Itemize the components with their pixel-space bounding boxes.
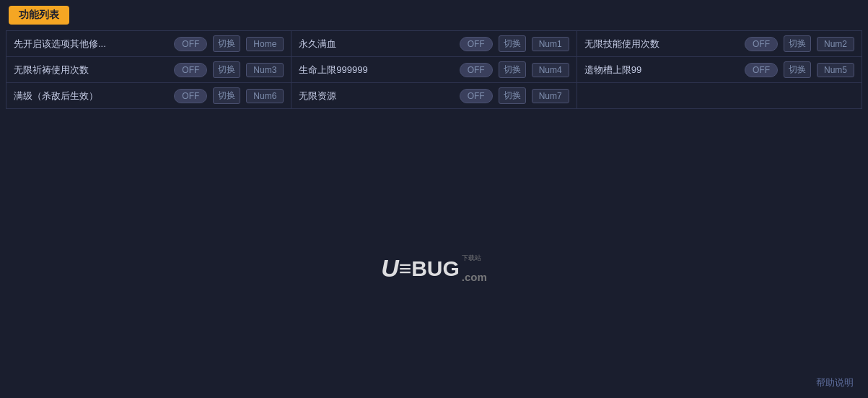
watermark-ebug: ≡BUG: [399, 256, 460, 281]
feature-row-empty: [577, 83, 862, 109]
feature-label: 遗物槽上限99: [584, 64, 739, 77]
watermark-u: U: [381, 254, 399, 282]
section-title: 功能列表: [9, 6, 69, 25]
watermark: U ≡BUG 下载站 .com: [381, 254, 487, 282]
feature-label: 永久满血: [299, 38, 453, 51]
toggle-button[interactable]: OFF: [460, 89, 493, 103]
feature-row: 无限技能使用次数 OFF 切换 Num2: [577, 31, 862, 57]
hotkey-badge: Num1: [532, 37, 569, 51]
toggle-button[interactable]: OFF: [174, 63, 207, 77]
toggle-button[interactable]: OFF: [174, 89, 207, 103]
feature-label: 先开启该选项其他修...: [14, 38, 168, 51]
hotkey-badge: Num5: [817, 63, 854, 77]
switch-button[interactable]: 切换: [784, 61, 811, 78]
feature-row: 永久满血 OFF 切换 Num1: [291, 31, 577, 57]
feature-row: 生命上限999999 OFF 切换 Num4: [291, 57, 577, 83]
toggle-button[interactable]: OFF: [460, 37, 493, 51]
toggle-button[interactable]: OFF: [174, 37, 207, 51]
feature-row: 先开启该选项其他修... OFF 切换 Home: [6, 31, 291, 57]
watermark-download: 下载站: [462, 254, 487, 262]
watermark-com: .com: [462, 272, 487, 282]
feature-row: 满级（杀敌后生效） OFF 切换 Num6: [6, 83, 291, 109]
toggle-button[interactable]: OFF: [745, 37, 778, 51]
switch-button[interactable]: 切换: [784, 35, 811, 52]
header-bar: 功能列表: [0, 0, 868, 30]
toggle-button[interactable]: OFF: [460, 63, 493, 77]
hotkey-badge: Num7: [532, 89, 569, 103]
switch-button[interactable]: 切换: [213, 35, 240, 52]
switch-button[interactable]: 切换: [213, 87, 240, 104]
feature-grid: 先开启该选项其他修... OFF 切换 Home 永久满血 OFF 切换 Num…: [6, 30, 862, 109]
feature-label: 无限资源: [299, 90, 453, 103]
feature-label: 满级（杀敌后生效）: [14, 90, 168, 103]
hotkey-badge: Home: [246, 37, 284, 51]
feature-label: 无限祈祷使用次数: [14, 64, 168, 77]
switch-button[interactable]: 切换: [213, 61, 240, 78]
feature-row: 无限资源 OFF 切换 Num7: [291, 83, 577, 109]
feature-row: 遗物槽上限99 OFF 切换 Num5: [577, 57, 862, 83]
main-container: 先开启该选项其他修... OFF 切换 Home 永久满血 OFF 切换 Num…: [0, 30, 868, 109]
feature-label: 无限技能使用次数: [584, 38, 739, 51]
hotkey-badge: Num3: [246, 63, 284, 77]
help-text[interactable]: 帮助说明: [816, 376, 854, 389]
toggle-button[interactable]: OFF: [745, 63, 778, 77]
hotkey-badge: Num6: [246, 89, 284, 103]
feature-row: 无限祈祷使用次数 OFF 切换 Num3: [6, 57, 291, 83]
feature-label: 生命上限999999: [299, 64, 453, 77]
switch-button[interactable]: 切换: [499, 61, 526, 78]
hotkey-badge: Num2: [817, 37, 854, 51]
switch-button[interactable]: 切换: [499, 35, 526, 52]
switch-button[interactable]: 切换: [499, 87, 526, 104]
hotkey-badge: Num4: [532, 63, 569, 77]
